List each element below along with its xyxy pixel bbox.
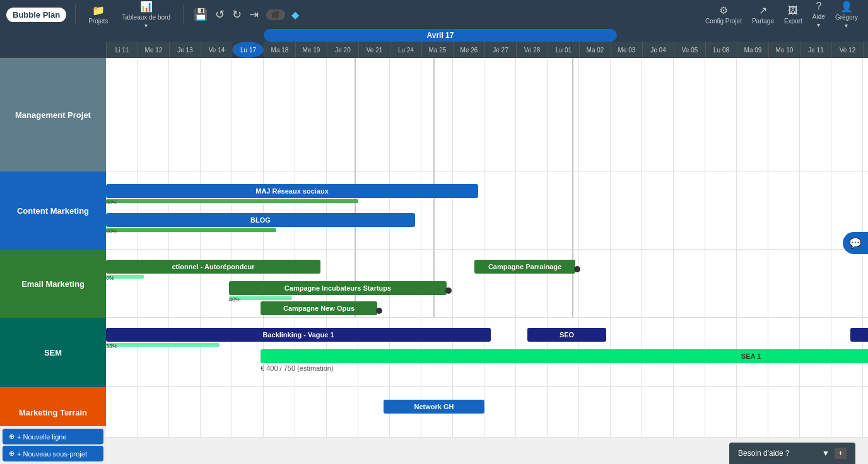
gantt-row-management — [106, 58, 868, 171]
date-cell-5: Ma 18 — [264, 42, 295, 58]
nouveau-sous-projet-button[interactable]: ⊕ + Nouveau sous-projet — [3, 446, 103, 461]
top-navigation: Bubble Plan 📁 Projets 📊 Tableaux de bord… — [0, 0, 868, 29]
task-parrainage[interactable]: Campagne Parrainage — [474, 260, 575, 274]
nav-partage[interactable]: ↗ Partage — [748, 3, 778, 26]
chart-icon: 📊 — [140, 1, 153, 13]
progress-label-blog: 60% — [106, 228, 117, 235]
task-seo[interactable]: SEO — [527, 328, 606, 342]
task-new-opus[interactable]: Campagne New Opus — [261, 301, 377, 315]
sidebar-item-sem[interactable]: SEM — [0, 318, 106, 387]
date-cell-19: Lu 08 — [705, 42, 737, 58]
nav-export[interactable]: 🖼 Export — [780, 4, 806, 26]
task-blog[interactable]: BLOG — [106, 213, 415, 227]
month-label: Avril 17 — [264, 29, 617, 42]
milestone-parrainage — [574, 266, 580, 272]
connectors-svg — [106, 58, 868, 171]
milestone-incubateurs — [445, 287, 452, 294]
help-arrow: ▼ — [822, 449, 830, 458]
nav-projets[interactable]: 📁 Projets — [85, 3, 112, 26]
chat-bubble[interactable]: 💬 — [843, 232, 868, 254]
gantt-row-email: ctionnel - Autorépondeur 0% Campagne Par… — [106, 250, 868, 318]
month-banner: Avril 17 — [106, 29, 868, 42]
date-cells: Li 11Me 12Je 13Ve 14Lu 17Ma 18Me 19Je 20… — [106, 42, 868, 58]
date-cell-9: Lu 24 — [390, 42, 421, 58]
date-cell-7: Je 20 — [327, 42, 358, 58]
task-backlinking-2[interactable]: Backlinking - Vague 2 — [850, 328, 868, 342]
zoom-control[interactable]: ⬛ — [266, 9, 285, 20]
date-cell-24: Lu — [863, 42, 868, 58]
share-icon: ↗ — [759, 4, 767, 16]
sidebar-item-email[interactable]: Email Marketing — [0, 250, 106, 318]
zoom-icon: ⬛ — [271, 11, 280, 19]
nav-tableaux[interactable]: 📊 Tableaux de bord ▾ — [118, 0, 174, 30]
folder-icon: 📁 — [92, 4, 105, 16]
progress-label-maj: 80% — [106, 199, 117, 206]
chevron-down-icon-aide: ▾ — [817, 21, 820, 28]
date-cell-2: Je 13 — [169, 42, 201, 58]
content-connectors — [106, 171, 868, 249]
budget-label: € 400 / 750 (estimation) — [261, 364, 334, 372]
milestone-new-opus — [376, 308, 382, 314]
task-sea[interactable]: SEA 1 — [261, 349, 868, 363]
date-cell-14: Lu 01 — [548, 42, 579, 58]
redo-button[interactable]: ↻ — [231, 6, 243, 23]
user-icon: 👤 — [840, 1, 853, 13]
date-cell-10: Ma 25 — [421, 42, 453, 58]
gantt-row-content: MAJ Réseaux sociaux 80% BLOG 60% — [106, 171, 868, 250]
toolbar-controls: 💾 ↺ ↻ ⇥ — [192, 6, 260, 23]
task-network-gh[interactable]: Network GH — [384, 400, 484, 414]
main-area: Management Projet Content Marketing Emai… — [0, 29, 868, 464]
gear-icon: ⚙ — [719, 4, 728, 16]
progress-blog — [106, 228, 276, 232]
date-cell-8: Ve 21 — [358, 42, 390, 58]
gantt-inner: Avril 17 Li 11Me 12Je 13Ve 14Lu 17Ma 18M… — [106, 29, 868, 438]
save-button[interactable]: 💾 — [192, 6, 209, 23]
gantt-row-sem: Backlinking - Vague 1 33% SEO Backlinkin… — [106, 318, 868, 387]
sidebar-item-content[interactable]: Content Marketing — [0, 171, 106, 250]
date-cell-6: Me 19 — [295, 42, 327, 58]
progress-label-autorépondeur: 0% — [106, 275, 114, 281]
date-cell-12: Je 27 — [484, 42, 516, 58]
plus-icon: ⊕ — [9, 432, 15, 441]
chevron-down-icon-user: ▾ — [845, 22, 848, 29]
nav-divider-1 — [75, 5, 76, 24]
date-cell-21: Me 10 — [768, 42, 800, 58]
date-cell-4: Lu 17 — [232, 42, 264, 58]
diamond-icon: ◆ — [291, 9, 299, 21]
progress-label-backlinking-1: 33% — [106, 343, 117, 349]
sidebar: Management Projet Content Marketing Emai… — [0, 29, 106, 464]
date-cell-20: Ma 09 — [737, 42, 768, 58]
date-cell-17: Je 04 — [642, 42, 674, 58]
task-incubateurs[interactable]: Campagne Incubateurs Startups — [229, 281, 447, 295]
task-maj-reseaux[interactable]: MAJ Réseaux sociaux — [106, 184, 478, 198]
chevron-down-icon: ▾ — [144, 22, 148, 29]
sidebar-item-management[interactable]: Management Projet — [0, 58, 106, 171]
nav-aide[interactable]: ? Aide ▾ — [809, 0, 829, 30]
date-cell-18: Ve 05 — [674, 42, 705, 58]
task-autorépondeur[interactable]: ctionnel - Autorépondeur — [106, 260, 320, 274]
progress-backlinking-1 — [106, 343, 220, 347]
date-cell-11: Me 26 — [453, 42, 484, 58]
nav-user[interactable]: 👤 Grégory ▾ — [831, 0, 862, 30]
nav-right-controls: ⚙ Config Projet ↗ Partage 🖼 Export ? Aid… — [701, 0, 862, 30]
nav-config[interactable]: ⚙ Config Projet — [701, 3, 746, 26]
progress-label-incubateurs: 40% — [229, 296, 240, 303]
nouvelle-ligne-button[interactable]: ⊕ + Nouvelle ligne — [3, 429, 103, 444]
date-header: Avril 17 Li 11Me 12Je 13Ve 14Lu 17Ma 18M… — [106, 29, 868, 58]
forward-button[interactable]: ⇥ — [248, 6, 260, 23]
date-cell-13: Ve 28 — [516, 42, 548, 58]
undo-button[interactable]: ↺ — [214, 6, 226, 23]
app-logo[interactable]: Bubble Plan — [6, 8, 66, 22]
help-plus-icon: + — [835, 448, 847, 459]
gantt-row-terrain: Network GH — [106, 387, 868, 438]
date-cell-1: Me 12 — [138, 42, 169, 58]
nav-divider-2 — [183, 5, 184, 24]
help-widget[interactable]: Besoin d'aide ? ▼ + — [729, 443, 855, 464]
sidebar-header — [0, 29, 106, 58]
date-cell-0: Li 11 — [106, 42, 138, 58]
date-cell-22: Je 11 — [800, 42, 831, 58]
task-backlinking-1[interactable]: Backlinking - Vague 1 — [106, 328, 491, 342]
date-cell-16: Me 03 — [611, 42, 642, 58]
date-cell-23: Ve 12 — [831, 42, 863, 58]
app-title: Bubble Plan — [13, 10, 60, 20]
